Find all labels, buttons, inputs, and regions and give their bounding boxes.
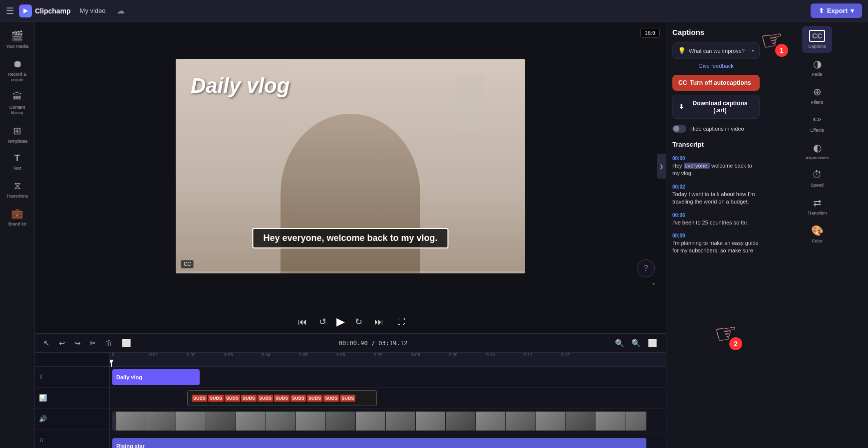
center-area: 16:9 Daily vlog Hey everyone, welcome ba…	[35, 22, 666, 448]
topbar-right: ⬆ Export ▾	[811, 3, 862, 18]
captions-panel-title: Captions	[672, 28, 760, 36]
transcript-entry-2[interactable]: 00:06 I've been to 25 countries so far.	[672, 210, 760, 226]
play-button[interactable]: ▶	[336, 315, 345, 328]
subs-track-row: SUBS SUBS SUBS SUBS SUBS SUBS SUBS SUBS …	[110, 388, 666, 409]
give-feedback-link[interactable]: Give feedback	[672, 63, 760, 69]
project-name[interactable]: My video	[76, 5, 110, 16]
tool-label: Color	[812, 238, 823, 243]
ruler-mark: 0:05	[299, 353, 308, 357]
subs-track-icon: 📊	[39, 394, 47, 402]
aspect-ratio-badge[interactable]: 16:9	[640, 28, 660, 38]
ruler-mark: 0:11	[524, 353, 533, 357]
transcript-entry-3[interactable]: 00:09 I'm planning to make an easy guide…	[672, 230, 760, 255]
ruler-mark: 0:01	[149, 353, 158, 357]
cut-button[interactable]: ✂	[87, 337, 99, 349]
title-clip[interactable]: Daily vlog	[112, 369, 200, 385]
left-sidebar: 🎬 Your media ⏺ Record & create 🏛 Content…	[0, 22, 35, 448]
sub-badge: SUBS	[241, 395, 257, 402]
transition-icon: ⇄	[813, 197, 822, 209]
transcript-entry-0[interactable]: 00:00 Hey everyone, welcome back to my v…	[672, 153, 760, 178]
tool-transition[interactable]: ⇄ Transition	[802, 193, 832, 220]
captions-panel: Captions 💡 What can we improve? ▾ Give f…	[666, 22, 766, 448]
cc-badge[interactable]: CC	[181, 260, 194, 268]
color-icon: 🎨	[811, 224, 824, 236]
current-time: 00:00.90	[339, 340, 368, 347]
timeline-main: 0 0:01 0:02 0:03 0:04 0:05 0:06 0:07 0:0…	[110, 353, 666, 448]
tool-fade[interactable]: ◑ Fade	[802, 54, 832, 81]
sub-badge: SUBS	[290, 395, 306, 402]
sidebar-item-label: Content library	[4, 105, 30, 116]
fit-button[interactable]: ⬜	[645, 337, 660, 349]
ruler-mark: 0:04	[262, 353, 271, 357]
tool-filters[interactable]: ⊕ Filters	[802, 82, 832, 109]
timeline-content: T 📊 🔊 ♫	[35, 353, 666, 448]
tool-color[interactable]: 🎨 Color	[802, 221, 832, 247]
video-thumb	[296, 412, 326, 431]
export-button[interactable]: ⬆ Export ▾	[811, 3, 862, 18]
collapse-icon[interactable]: ▾	[652, 281, 655, 286]
export-chevron-icon: ▾	[851, 7, 854, 14]
transcript-text: Hey everyone, welcome back to my vlog.	[672, 162, 760, 178]
sidebar-item-your-media[interactable]: 🎬 Your media	[2, 26, 32, 53]
download-icon: ⬇	[679, 103, 684, 110]
tool-speed[interactable]: ⏱ Speed	[802, 165, 832, 192]
skip-back-button[interactable]: ⏮	[296, 315, 309, 329]
rewind-button[interactable]: ↺	[317, 314, 328, 329]
audio-track-icon: ♫	[39, 436, 44, 444]
download-label: Download captions (.srt)	[687, 100, 753, 114]
export-icon: ⬆	[819, 7, 824, 14]
delete-button[interactable]: 🗑	[103, 337, 115, 349]
forward-button[interactable]: ↻	[353, 314, 364, 329]
tool-adjust-colors[interactable]: ◐ Adjust colors	[802, 138, 832, 164]
video-progress-bar[interactable]	[176, 271, 525, 273]
sidebar-item-content-library[interactable]: 🏛 Content library	[2, 87, 32, 120]
main-layout: 🎬 Your media ⏺ Record & create 🏛 Content…	[0, 22, 868, 448]
sidebar-item-templates[interactable]: ⊞ Templates	[2, 121, 32, 148]
transcript-entry-1[interactable]: 00:02 Today I want to talk about how I'm…	[672, 182, 760, 206]
app-logo[interactable]: Clipchamp	[19, 4, 71, 17]
toggle-dot	[673, 126, 679, 132]
redo-button[interactable]: ↪	[72, 337, 83, 349]
hide-captions-toggle[interactable]	[672, 125, 686, 133]
playhead-indicator	[111, 360, 112, 367]
video-subtitle: Hey everyone, welcome back to my vlog.	[252, 228, 448, 248]
sidebar-item-brand-kit[interactable]: 💼 Brand kit	[2, 204, 32, 231]
tool-effects[interactable]: ✏ Effects	[802, 110, 832, 137]
transcript-time: 00:06	[672, 213, 685, 218]
sidebar-item-label: Transitions	[6, 194, 28, 199]
title-clip-label: Daily vlog	[116, 374, 142, 380]
video-preview-area: 16:9 Daily vlog Hey everyone, welcome ba…	[35, 22, 666, 310]
video-title-overlay: Daily vlog	[191, 74, 289, 98]
audio-clip[interactable]: Rising star	[112, 438, 646, 448]
video-thumb	[206, 412, 236, 431]
sidebar-item-record-create[interactable]: ⏺ Record & create	[2, 54, 32, 87]
video-thumb	[236, 412, 266, 431]
skip-forward-button[interactable]: ⏭	[372, 315, 385, 329]
video-thumb	[326, 412, 356, 431]
download-captions-button[interactable]: ⬇ Download captions (.srt)	[672, 95, 760, 119]
select-tool-button[interactable]: ↖	[41, 337, 52, 349]
filters-icon: ⊕	[813, 86, 822, 98]
video-clip[interactable]	[112, 412, 646, 431]
tool-captions[interactable]: CC Captions	[802, 26, 832, 53]
fade-icon: ◑	[813, 58, 822, 70]
brand-kit-icon: 💼	[11, 208, 23, 220]
undo-button[interactable]: ↩	[56, 337, 68, 349]
svg-marker-1	[23, 8, 28, 13]
sub-badge: SUBS	[274, 395, 289, 402]
help-button[interactable]: ?	[637, 259, 655, 277]
expand-panel-button[interactable]: ❯	[657, 154, 666, 179]
zoom-in-button[interactable]: 🔍	[629, 337, 643, 349]
sidebar-item-transitions[interactable]: ⧖ Transitions	[2, 176, 32, 203]
zoom-out-button[interactable]: 🔍	[612, 337, 627, 349]
split-button[interactable]: ⬜	[119, 337, 134, 349]
turn-off-autocaptions-button[interactable]: CC Turn off autocaptions	[672, 75, 760, 91]
timeline-toolbar: ↖ ↩ ↪ ✂ 🗑 ⬜ 00:00.90 / 03:19.12 🔍 🔍 ⬜	[35, 334, 666, 353]
track-label-audio: ♫	[35, 430, 109, 448]
fullscreen-button[interactable]: ⛶	[397, 317, 405, 326]
feedback-row[interactable]: 💡 What can we improve? ▾	[672, 42, 760, 59]
video-track-row	[110, 409, 666, 434]
sidebar-item-text[interactable]: T Text	[2, 149, 32, 175]
menu-icon[interactable]: ☰	[6, 5, 14, 16]
subs-clip[interactable]: SUBS SUBS SUBS SUBS SUBS SUBS SUBS SUBS …	[187, 390, 377, 406]
